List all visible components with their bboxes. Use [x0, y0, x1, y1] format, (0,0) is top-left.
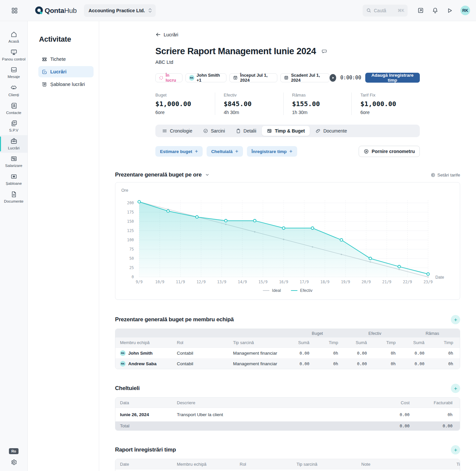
- briefcase-icon: [10, 137, 18, 145]
- activity-panel-title: Activitate: [39, 35, 94, 44]
- gear-icon: [430, 173, 435, 177]
- workspace-selector[interactable]: Accounting Practice Ltd.: [84, 4, 156, 17]
- team-budget-table: Buget Efectiv Rămas Membru echipă Rol Ti…: [115, 329, 460, 369]
- notifications-bell-icon[interactable]: [429, 4, 441, 17]
- breadcrumb[interactable]: Lucrări: [155, 32, 420, 37]
- estimate-budget-button[interactable]: Estimare buget+: [155, 146, 203, 157]
- svg-text:17/9: 17/9: [300, 280, 309, 284]
- workspace-name: Accounting Practice Ltd.: [89, 8, 145, 13]
- svg-text:20/9: 20/9: [362, 280, 371, 284]
- client-name: ABC Ltd: [155, 59, 420, 65]
- table-row[interactable]: Iunie 26, 2024 Transport Uber la client …: [115, 408, 460, 421]
- topbar: QontaHub Accounting Practice Ltd. Caută …: [0, 0, 476, 21]
- tab-detalii[interactable]: Detalii: [231, 126, 261, 136]
- comment-bubble-icon[interactable]: [321, 49, 327, 55]
- status-badge[interactable]: În lucru: [155, 73, 182, 82]
- search-icon: [366, 8, 372, 13]
- sidebar-item-clienti[interactable]: Clienți: [0, 82, 27, 100]
- svg-text:125: 125: [127, 228, 134, 233]
- table-row[interactable]: Iunie 26, 2024 RKJohn Smith - - Confirmă…: [115, 469, 460, 471]
- svg-text:10/9: 10/9: [155, 280, 165, 284]
- page-title: Scriere Raport Management Iunie 2024: [155, 46, 316, 57]
- icon-sidebar: Acasă Panou control Mesaje Clienți Conta…: [0, 21, 28, 471]
- chart-canvas: 02550751001251501752009/910/911/912/913/…: [115, 183, 460, 288]
- timeline-icon: [162, 128, 167, 134]
- check-square-icon: [42, 69, 47, 75]
- sidebar-item-mesaje[interactable]: Mesaje: [0, 64, 27, 82]
- tab-documente[interactable]: Documente: [310, 126, 352, 136]
- sidebar-item-documente[interactable]: Documente: [0, 188, 27, 206]
- paperclip-icon: [315, 128, 321, 134]
- rate-settings-link[interactable]: Setări tarife: [430, 173, 460, 177]
- start-timer-button[interactable]: Pornire cronometru: [359, 146, 420, 157]
- burndown-chart: 02550751001251501752009/910/911/912/913/…: [115, 182, 460, 300]
- sidebar-item-panou-control[interactable]: Panou control: [0, 46, 27, 64]
- svg-text:Ore: Ore: [121, 188, 128, 193]
- play-icon[interactable]: [443, 4, 456, 17]
- table-row[interactable]: RKJohn Smith Contabil Management financi…: [115, 348, 460, 358]
- legend-efectiv-swatch: [291, 290, 298, 291]
- logo-q-icon: [35, 6, 44, 15]
- add-expense-button[interactable]: [451, 384, 460, 393]
- assignee-badge[interactable]: RK John Smith +1: [185, 73, 226, 82]
- svg-text:0: 0: [132, 275, 134, 279]
- tab-timp-buget[interactable]: Timp & Buget: [262, 126, 310, 136]
- tab-cronologie[interactable]: Cronologie: [157, 126, 197, 136]
- chevron-down-icon[interactable]: [205, 173, 210, 177]
- due-date-badge[interactable]: Scadent Jul 1, 2024: [280, 73, 330, 82]
- stat-ramas: Rămas $155.00 1h 30m: [283, 93, 352, 115]
- svg-text:12/9: 12/9: [196, 280, 206, 284]
- stat-buget: Buget $1,000.00 6ore: [155, 93, 215, 115]
- plus-icon: +: [195, 148, 198, 154]
- svg-text:23/9: 23/9: [423, 280, 433, 284]
- table-row[interactable]: RKAndrew Saba Contabil Management financ…: [115, 358, 460, 369]
- app-logo[interactable]: QontaHub: [35, 6, 77, 15]
- team-section-title: Prezentare generală buget pe membru echi…: [115, 316, 234, 323]
- sidebar-item-spv[interactable]: S.P.V: [0, 117, 27, 135]
- stat-tarif-fix: Tarif Fix $1,000.00 6ore: [351, 93, 420, 115]
- search-input[interactable]: Caută ⌘K: [363, 5, 408, 17]
- svg-text:25: 25: [129, 265, 134, 270]
- add-time-report-button[interactable]: [451, 445, 460, 454]
- add-time-entry-button[interactable]: Adaugă înregistrare timp: [365, 73, 420, 83]
- template-icon: [10, 173, 18, 180]
- tab-sarcini[interactable]: Sarcini: [198, 126, 230, 136]
- clipboard-icon: [236, 128, 241, 134]
- svg-text:150: 150: [127, 219, 134, 224]
- home-icon: [10, 31, 18, 38]
- activity-panel: Activitate Tichete Lucrări Șabloane lucr…: [28, 21, 99, 471]
- legend-efectiv: Efectiv: [291, 288, 313, 293]
- svg-text:13/9: 13/9: [217, 280, 226, 284]
- sidebar-item-acasa[interactable]: Acasă: [0, 28, 27, 46]
- svg-text:100: 100: [127, 238, 134, 242]
- timer-play-button[interactable]: [330, 74, 336, 82]
- time-report-table: Date Membru echipă Rol Tip sarcină Note …: [115, 459, 460, 471]
- member-avatar: RK: [120, 350, 126, 356]
- sidebar-item-salarizare[interactable]: Salarizare: [0, 153, 27, 171]
- table-group-header: Buget Efectiv Rămas: [115, 329, 460, 337]
- member-avatar: RK: [120, 361, 126, 367]
- svg-text:50: 50: [129, 256, 134, 261]
- sidebar-item-lucrari[interactable]: Lucrări: [0, 135, 27, 153]
- calendar-start-icon: [233, 75, 238, 80]
- sidebar-item-contacte[interactable]: Contacte: [0, 100, 27, 118]
- start-date-badge[interactable]: Început Jul 1, 2024: [229, 73, 277, 82]
- expense-button[interactable]: Cheltuială+: [207, 146, 243, 157]
- user-avatar[interactable]: RK: [460, 6, 470, 15]
- time-entry-button[interactable]: Înregistrare timp+: [247, 146, 297, 157]
- stat-efectiv: Efectiv $845.00 4h 30m: [215, 93, 283, 115]
- check-circle-icon: [203, 128, 208, 134]
- contacts-icon: [10, 102, 18, 109]
- quick-actions-icon[interactable]: [414, 4, 427, 17]
- payroll-icon: [10, 155, 18, 162]
- play-circle-icon: [364, 149, 369, 154]
- time-report-section-title: Raport înregistrări timp: [115, 447, 176, 453]
- nav-item-lucrari[interactable]: Lucrări: [38, 66, 94, 77]
- settings-gear-icon[interactable]: [10, 459, 17, 466]
- apps-grid-icon[interactable]: [9, 5, 20, 16]
- nav-item-sabloane-lucrari[interactable]: Șabloane lucrări: [38, 79, 94, 90]
- nav-item-tichete[interactable]: Tichete: [38, 54, 94, 65]
- language-badge[interactable]: Ro: [9, 448, 19, 454]
- sidebar-item-sabloane[interactable]: Șabloane: [0, 171, 27, 188]
- add-team-member-button[interactable]: [451, 315, 460, 324]
